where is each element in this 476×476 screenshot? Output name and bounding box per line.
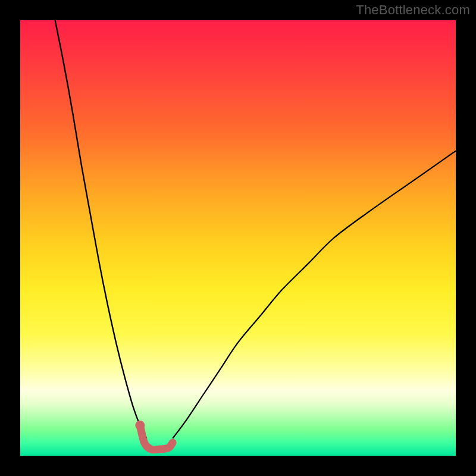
watermark-text: TheBottleneck.com	[356, 2, 470, 18]
curves-svg	[20, 20, 456, 456]
plot-area	[20, 20, 456, 456]
valley-marker-curve	[140, 425, 173, 450]
valley-marker-dot	[135, 421, 145, 430]
right-branch-curve	[173, 151, 456, 439]
left-branch-curve	[55, 20, 147, 439]
chart-frame: TheBottleneck.com	[0, 0, 476, 476]
